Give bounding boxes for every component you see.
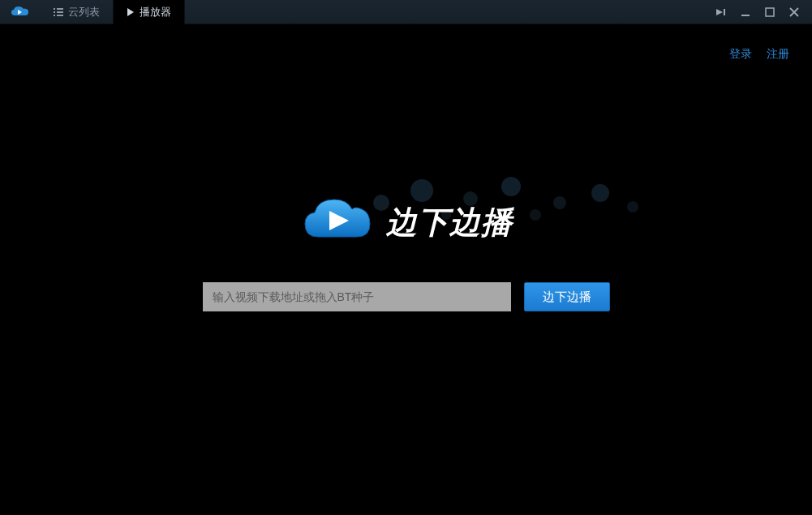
center-panel: 边下边播 边下边播 [187,195,625,311]
list-icon [54,8,63,16]
svg-rect-3 [57,11,63,13]
close-button[interactable] [788,6,801,19]
register-link[interactable]: 注册 [767,47,789,62]
tab-label: 云列表 [68,5,100,19]
input-row: 边下边播 [203,282,610,311]
tab-player[interactable]: 播放器 [114,0,185,24]
svg-rect-5 [57,15,63,16]
brand: 边下边播 [300,195,513,250]
svg-point-16 [530,209,541,221]
minimize-button[interactable] [739,6,752,19]
svg-rect-1 [57,8,63,10]
svg-point-9 [410,179,433,202]
titlebar: 云列表 播放器 [0,0,812,24]
login-link[interactable]: 登录 [729,47,752,62]
svg-rect-4 [54,15,55,16]
cloud-play-logo-icon [300,195,373,250]
svg-rect-0 [54,8,55,10]
svg-rect-6 [741,15,750,16]
svg-point-13 [591,184,609,202]
app-logo-icon [0,0,41,24]
auth-links: 登录 注册 [729,47,789,62]
content-area: 登录 注册 [0,24,812,515]
video-url-input[interactable] [203,282,511,311]
svg-point-12 [553,196,566,209]
tab-label: 播放器 [140,5,171,19]
svg-point-11 [501,177,521,196]
svg-point-14 [627,201,638,212]
window-controls [715,6,812,19]
maximize-button[interactable] [763,6,776,19]
pin-button[interactable] [715,6,728,19]
brand-title: 边下边播 [386,202,513,243]
download-play-button[interactable]: 边下边播 [524,282,610,311]
svg-rect-7 [766,8,774,16]
svg-rect-2 [54,11,55,13]
tab-cloud-list[interactable]: 云列表 [41,0,114,24]
play-icon [127,8,135,16]
